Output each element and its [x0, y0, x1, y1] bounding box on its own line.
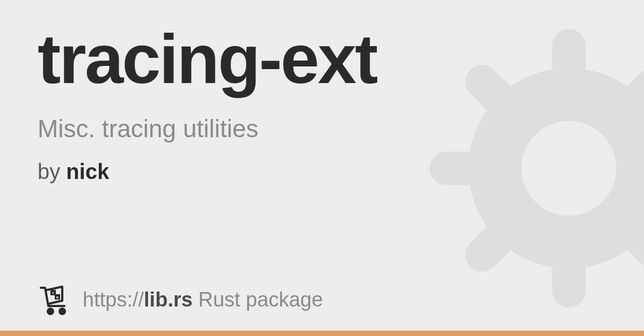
footer-suffix: Rust package [193, 288, 323, 311]
cart-icon: r s [38, 282, 72, 317]
domain: lib.rs [144, 288, 193, 311]
svg-text:s: s [56, 295, 59, 300]
url-prefix: https:// [83, 288, 144, 311]
librs-logo: r s [38, 282, 72, 317]
svg-text:r: r [52, 290, 54, 295]
svg-point-10 [48, 309, 53, 314]
footer: r s https://lib.rs Rust package [38, 282, 606, 336]
footer-text: https://lib.rs Rust package [83, 288, 323, 311]
package-description: Misc. tracing utilities [38, 114, 606, 144]
main-content: tracing-ext Misc. tracing utilities by n… [0, 0, 644, 336]
svg-point-11 [60, 309, 65, 314]
by-prefix: by [38, 160, 66, 183]
package-title: tracing-ext [38, 23, 606, 96]
author-name: nick [66, 160, 109, 183]
byline: by nick [38, 160, 606, 184]
accent-bar [0, 331, 644, 336]
